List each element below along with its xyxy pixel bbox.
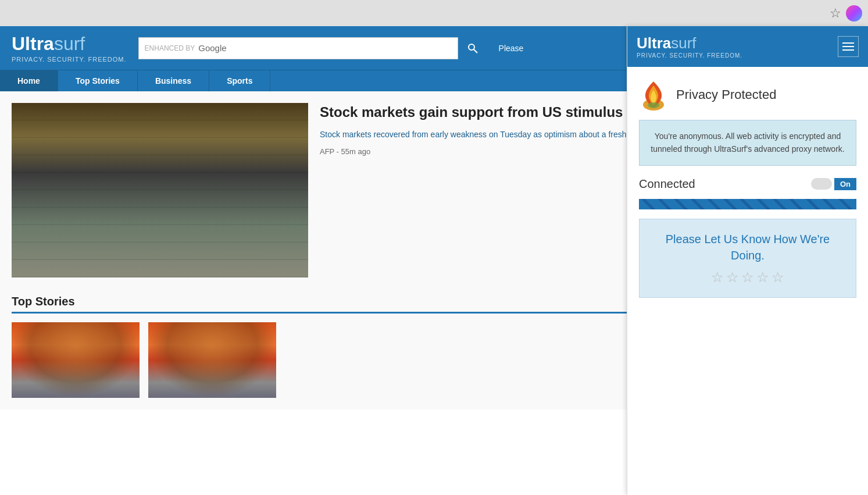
feedback-box: Please Let Us Know How We're Doing. ☆ ☆ …: [639, 219, 856, 298]
nav-item-business[interactable]: Business: [138, 70, 209, 91]
search-icon: [467, 43, 478, 54]
logo-surf: surf: [54, 33, 85, 54]
page-wrapper: Ultrasurf PRIVACY. SECURITY. FREEDOM. EN…: [0, 26, 868, 495]
top-stories-title: Top Stories: [12, 295, 75, 308]
star-4[interactable]: ☆: [756, 269, 769, 286]
enhanced-label: ENHANCED BY: [145, 44, 195, 52]
feedback-title: Please Let Us Know How We're Doing.: [651, 231, 844, 263]
google-label: Google: [198, 43, 226, 53]
header-right-text: Please: [499, 44, 524, 53]
nav-item-sports[interactable]: Sports: [209, 70, 270, 91]
star-2[interactable]: ☆: [726, 269, 739, 286]
panel-logo-surf: surf: [671, 34, 696, 52]
svg-point-0: [469, 44, 474, 50]
panel-body: Privacy Protected You're anonymous. All …: [627, 67, 868, 495]
privacy-message: You're anonymous. All web activity is en…: [649, 130, 846, 156]
search-input-container[interactable]: ENHANCED BY Google: [138, 37, 458, 59]
panel-logo-ultra: Ultra: [637, 34, 671, 52]
star-1[interactable]: ☆: [711, 269, 724, 286]
panel-header: Ultrasurf PRIVACY. SECURITY. FREEDOM.: [627, 26, 868, 67]
hamburger-line-2: [842, 46, 854, 47]
story-image-1: [12, 322, 140, 398]
article-image-visual: [12, 103, 308, 277]
progress-bar: [639, 199, 856, 209]
ultrasurf-panel: Ultrasurf PRIVACY. SECURITY. FREEDOM.: [627, 26, 868, 495]
toggle-on-label[interactable]: On: [834, 178, 856, 190]
logo-ultra: Ultra: [12, 33, 54, 54]
search-bar: ENHANCED BY Google: [138, 37, 487, 59]
panel-logo: Ultrasurf PRIVACY. SECURITY. FREEDOM.: [637, 34, 742, 59]
story-thumb-2[interactable]: [148, 322, 276, 398]
toggle-track[interactable]: [811, 178, 832, 190]
logo-tagline: PRIVACY. SECURITY. FREEDOM.: [12, 56, 127, 63]
story-image-2: [148, 322, 276, 398]
site-logo: Ultrasurf PRIVACY. SECURITY. FREEDOM.: [12, 33, 127, 63]
story-thumb-1[interactable]: [12, 322, 140, 398]
logo-text: Ultrasurf: [12, 33, 127, 55]
search-input[interactable]: [227, 43, 452, 53]
svg-point-3: [648, 102, 659, 108]
flame-icon: [639, 79, 668, 111]
privacy-section: Privacy Protected: [639, 79, 856, 111]
star-5[interactable]: ☆: [771, 269, 784, 286]
panel-tagline: PRIVACY. SECURITY. FREEDOM.: [637, 52, 742, 59]
flame-svg: [639, 79, 668, 111]
toggle-container[interactable]: On: [811, 178, 856, 190]
panel-logo-text: Ultrasurf: [637, 34, 742, 52]
hamburger-line-3: [842, 49, 854, 51]
star-rating[interactable]: ☆ ☆ ☆ ☆ ☆: [651, 269, 844, 286]
nav-item-home[interactable]: Home: [0, 70, 58, 91]
star-3[interactable]: ☆: [741, 269, 754, 286]
hamburger-line-1: [842, 42, 854, 44]
svg-line-1: [474, 49, 477, 53]
user-avatar[interactable]: [846, 5, 862, 22]
privacy-title: Privacy Protected: [676, 87, 776, 102]
privacy-box: You're anonymous. All web activity is en…: [639, 120, 856, 166]
connected-section: Connected On: [639, 177, 856, 191]
nav-item-top-stories[interactable]: Top Stories: [58, 70, 138, 91]
connected-label: Connected: [639, 177, 695, 191]
hamburger-button[interactable]: [838, 36, 859, 57]
article-image: [12, 103, 308, 277]
bookmark-icon[interactable]: ☆: [830, 6, 841, 21]
search-button[interactable]: [458, 37, 487, 59]
browser-chrome: ☆: [0, 0, 868, 26]
